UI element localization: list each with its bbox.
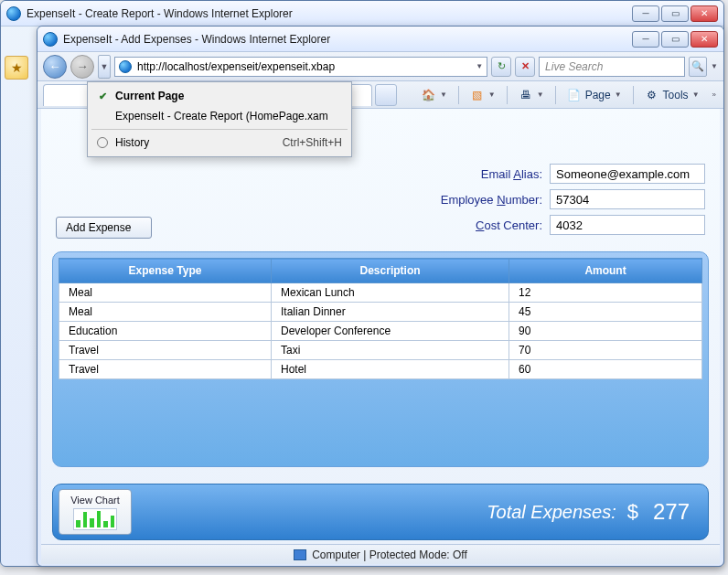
separator [507, 86, 508, 104]
history-item[interactable]: ExpenseIt - Create Report (HomePage.xam [88, 106, 351, 126]
window-title: ExpenseIt - Create Report - Windows Inte… [27, 7, 626, 20]
ie-logo-icon [43, 32, 58, 47]
search-go-button[interactable]: 🔍 [689, 57, 707, 77]
separator [633, 86, 634, 104]
maximize-button[interactable]: ▭ [661, 31, 689, 48]
print-icon: 🖶 [519, 88, 533, 102]
ie-logo-icon [6, 6, 21, 21]
tools-menu[interactable]: ⚙Tools▼ [639, 85, 705, 105]
search-placeholder: Live Search [545, 60, 603, 73]
total-expenses-amount: 277 [653, 499, 690, 525]
employee-form: Email Alias: Employee Number: Cost Cente… [414, 164, 705, 235]
address-dropdown-icon[interactable]: ▼ [476, 62, 483, 70]
table-row[interactable]: TravelHotel60 [59, 360, 702, 379]
total-expenses-label: Total Expenses: [487, 502, 616, 523]
table-row[interactable]: MealItalian Dinner45 [59, 303, 702, 322]
address-bar[interactable]: http://localhost/expenseit/expenseit.xba… [114, 57, 487, 77]
stop-button[interactable]: ✕ [515, 57, 535, 77]
app-content: Email Alias: Employee Number: Cost Cente… [41, 109, 720, 544]
gear-icon: ⚙ [645, 88, 659, 102]
col-expense-type[interactable]: Expense Type [59, 259, 272, 283]
expense-grid-panel: Expense Type Description Amount MealMexi… [52, 251, 709, 467]
feeds-button[interactable]: ▧▼ [465, 85, 501, 105]
view-chart-label: View Chart [70, 495, 120, 506]
refresh-button[interactable]: ↻ [491, 57, 511, 77]
add-expense-button[interactable]: Add Expense E [56, 217, 152, 239]
history-item-label: Current Page [115, 90, 184, 102]
page-menu[interactable]: 📄Page▼ [562, 85, 627, 105]
titlebar-back[interactable]: ExpenseIt - Create Report - Windows Inte… [1, 1, 723, 27]
history-label: History [115, 136, 149, 149]
history-item-current[interactable]: ✔ Current Page [88, 86, 351, 106]
window-controls: ─ ▭ ✕ [632, 31, 718, 48]
favorites-icon[interactable]: ★ [5, 56, 28, 80]
rss-icon: ▧ [470, 88, 485, 102]
expense-table: Expense Type Description Amount MealMexi… [59, 258, 702, 379]
clock-icon [97, 137, 108, 148]
tools-label: Tools [663, 89, 689, 101]
window-controls: ─ ▭ ✕ [632, 5, 718, 22]
page-label: Page [585, 89, 611, 101]
back-button[interactable]: ← [43, 55, 67, 79]
table-header-row: Expense Type Description Amount [59, 259, 702, 283]
cost-center-label: Cost Center: [414, 218, 542, 232]
ie-window-front: ExpenseIt - Add Expenses - Windows Inter… [37, 26, 724, 567]
currency-symbol: $ [627, 500, 638, 524]
forward-button[interactable]: → [70, 55, 94, 79]
recent-pages-dropdown[interactable]: ▼ [98, 55, 111, 79]
email-alias-input[interactable] [550, 164, 705, 184]
titlebar-front[interactable]: ExpenseIt - Add Expenses - Windows Inter… [37, 27, 723, 52]
cost-center-input[interactable] [550, 215, 705, 235]
employee-number-input[interactable] [550, 189, 705, 209]
table-row[interactable]: MealMexican Lunch12 [59, 283, 702, 303]
chevron-button[interactable]: » [711, 85, 718, 105]
search-box[interactable]: Live Search [539, 57, 685, 77]
status-text: Computer | Protected Mode: Off [312, 548, 467, 561]
maximize-button[interactable]: ▭ [661, 5, 689, 22]
email-alias-label: Email Alias: [414, 167, 542, 181]
new-tab-button[interactable] [375, 84, 397, 106]
history-shortcut: Ctrl+Shift+H [283, 136, 342, 149]
close-button[interactable]: ✕ [691, 31, 718, 48]
bar-chart-icon [73, 508, 117, 530]
print-button[interactable]: 🖶▼ [513, 85, 550, 105]
employee-number-label: Employee Number: [414, 193, 542, 207]
view-chart-button[interactable]: View Chart [59, 489, 132, 535]
minimize-button[interactable]: ─ [632, 31, 659, 48]
nav-toolbar: ← → ▼ http://localhost/expenseit/expense… [37, 52, 723, 81]
status-bar: Computer | Protected Mode: Off [41, 544, 720, 564]
home-button[interactable]: 🏠▼ [416, 85, 453, 105]
address-text: http://localhost/expenseit/expenseit.xba… [137, 60, 335, 73]
table-row[interactable]: EducationDeveloper Conference90 [59, 322, 702, 341]
recent-pages-menu: ✔ Current Page ExpenseIt - Create Report… [87, 81, 352, 157]
menu-separator [91, 129, 348, 130]
table-row[interactable]: TravelTaxi70 [59, 341, 702, 360]
check-icon: ✔ [97, 91, 108, 102]
window-title: ExpenseIt - Add Expenses - Windows Inter… [63, 33, 626, 46]
history-item-label: ExpenseIt - Create Report (HomePage.xam [115, 110, 328, 122]
col-amount[interactable]: Amount [509, 259, 702, 283]
history-menu-item[interactable]: History Ctrl+Shift+H [88, 133, 351, 153]
totals-bar: View Chart Total Expenses: $ 277 [52, 484, 709, 540]
search-provider-dropdown[interactable]: ▼ [711, 62, 718, 70]
separator [458, 86, 459, 104]
col-description[interactable]: Description [271, 259, 509, 283]
home-icon: 🏠 [422, 88, 436, 102]
add-expense-label: Add Expense [66, 221, 131, 234]
minimize-button[interactable]: ─ [632, 5, 659, 22]
ie-page-icon [119, 60, 132, 73]
close-button[interactable]: ✕ [691, 5, 718, 22]
computer-zone-icon [294, 549, 306, 560]
page-icon: 📄 [567, 88, 582, 102]
separator [555, 86, 556, 104]
